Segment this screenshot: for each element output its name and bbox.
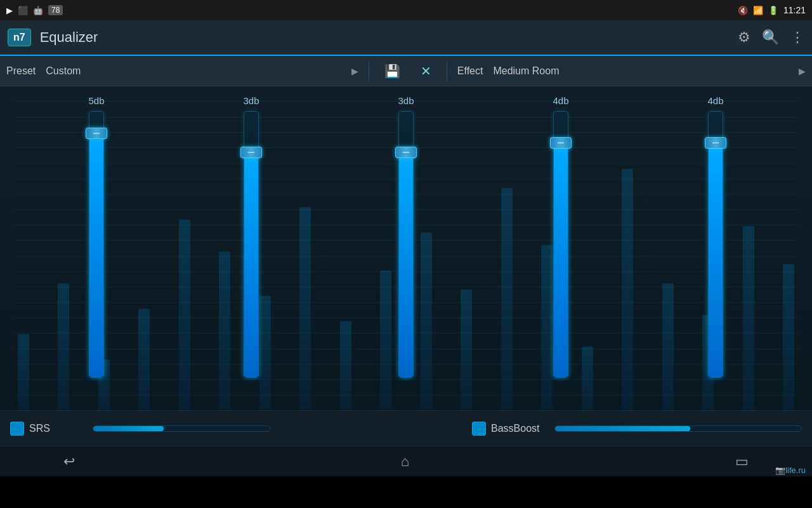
eq-band-5: 4db [707,93,723,410]
stop-icon: ⬛ [18,6,28,15]
watermark: 📷life.ru [775,465,806,475]
eq-band-5-label: 4db [707,95,723,106]
effect-label: Effect [457,65,483,77]
back-button[interactable]: ↩ [51,448,88,475]
bassboost-slider-fill [555,426,690,431]
overflow-menu-icon[interactable]: ⋮ [790,29,804,46]
eq-band-1: 5db [88,93,104,410]
recents-button[interactable]: ▭ [723,448,761,475]
eq-band-4-label: 4db [553,95,568,106]
app-title: Equalizer [40,29,738,46]
thumb-grip [558,142,564,144]
eq-slider-5-thumb[interactable] [705,137,726,149]
close-preset-button[interactable]: ✕ [416,61,436,81]
srs-label: SRS [29,423,80,434]
clock: 11:21 [783,5,806,15]
search-icon[interactable]: 🔍 [762,29,779,46]
srs-checkbox[interactable] [10,422,24,436]
eq-sliders: 5db 3db 3db [19,86,793,410]
eq-slider-1-track[interactable] [89,111,104,378]
thumb-grip [93,133,100,134]
status-right: 🔇 📶 🔋 11:21 [738,5,806,15]
eq-slider-3-thumb[interactable] [395,147,417,158]
bottom-effects-bar: SRS BassBoost [0,410,812,446]
effect-value[interactable]: Medium Room [493,65,789,77]
eq-band-3: 3db [398,93,414,410]
eq-slider-3-fill [399,158,413,377]
eq-band-2: 3db [243,93,259,410]
bassboost-slider[interactable] [554,425,802,432]
nav-bar: ↩ ⌂ ▭ 📷life.ru [0,446,812,476]
app-logo: n7 [8,29,31,46]
wifi-icon: 📶 [753,6,763,15]
status-left: ▶ ⬛ 🤖 78 [6,5,63,15]
effect-dropdown-arrow[interactable]: ▶ [799,66,806,76]
eq-slider-1-thumb[interactable] [86,128,107,139]
srs-slider-fill [93,426,164,431]
eq-slider-2-fill [244,158,258,377]
bassboost-checkbox[interactable] [472,422,486,436]
eq-band-2-label: 3db [243,95,259,106]
eq-band-4: 4db [553,93,568,410]
status-bar: ▶ ⬛ 🤖 78 🔇 📶 🔋 11:21 [0,0,812,20]
eq-slider-5-fill [709,149,723,377]
thumb-grip [712,142,719,144]
separator [369,62,369,81]
srs-control: SRS [10,422,80,436]
preset-label: Preset [6,65,36,77]
preset-dropdown-arrow[interactable]: ▶ [351,66,358,76]
eq-band-3-label: 3db [398,95,414,106]
eq-slider-2-track[interactable] [244,111,259,378]
bassboost-control: BassBoost [472,422,542,436]
eq-slider-5-track[interactable] [708,111,723,378]
app-bar: n7 Equalizer ⚙ 🔍 ⋮ [0,20,812,56]
eq-slider-4-fill [554,149,568,377]
thumb-grip [248,152,254,153]
eq-slider-4-thumb[interactable] [550,137,572,149]
preset-bar: Preset Custom ▶ 💾 ✕ Effect Medium Room ▶ [0,56,812,86]
save-preset-button[interactable]: 💾 [379,61,405,81]
preset-value[interactable]: Custom [46,65,341,77]
mute-icon: 🔇 [738,6,748,15]
thumb-grip [403,152,409,153]
srs-slider[interactable] [93,425,270,432]
bassboost-label: BassBoost [491,423,542,434]
home-button[interactable]: ⌂ [388,448,422,475]
equalizer-main: 5db 3db 3db [0,86,812,410]
settings-icon[interactable]: ⚙ [738,29,750,46]
separator2 [447,62,447,81]
eq-slider-4-track[interactable] [553,111,568,378]
eq-slider-2-thumb[interactable] [240,147,262,158]
app-bar-icons: ⚙ 🔍 ⋮ [738,29,804,46]
eq-band-1-label: 5db [88,95,104,106]
notification-badge: 78 [48,5,63,15]
android-icon: 🤖 [33,6,43,15]
eq-slider-3-track[interactable] [398,111,414,378]
play-icon: ▶ [6,6,13,15]
watermark-text: 📷life.ru [775,465,806,475]
eq-slider-1-fill [89,139,103,377]
battery-icon: 🔋 [768,6,778,15]
